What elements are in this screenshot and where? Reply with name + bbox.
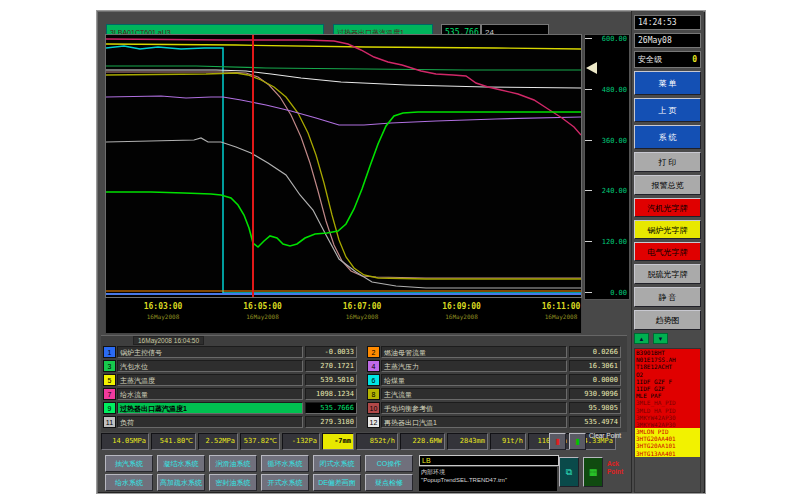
sidebar-button-6[interactable]: 汽机光字牌 (634, 198, 701, 217)
toolbar-button-r1-6[interactable]: CO操作 (365, 455, 413, 472)
toolbar-button-r2-5[interactable]: DE偏差画面 (313, 474, 361, 491)
sidebar-button-10[interactable]: 静 音 (634, 287, 701, 307)
alarm-pager: ▲▼ (634, 333, 701, 345)
x-tick-date: 16May2008 (542, 313, 581, 320)
legend-row-4[interactable]: 4主蒸汽压力16.3061 (367, 360, 621, 372)
valve-indicator-button-2[interactable]: ▮ (569, 433, 586, 450)
status-value-5[interactable]: -132Pa (282, 433, 320, 450)
screen-tool-button[interactable]: ▦ (583, 457, 603, 487)
toolbar-row-1: 抽汽系统凝结水系统润滑油系统循环水系统闭式水系统CO操作 (105, 455, 413, 472)
alarm-item-1[interactable]: B3901BHT (635, 349, 700, 356)
valve-indicator-button-1[interactable]: ▮ (549, 433, 566, 450)
toolbar-button-r2-1[interactable]: 给水系统 (105, 474, 153, 491)
legend-row-10[interactable]: 10手动均衡参考值95.9805 (367, 402, 621, 414)
alarm-item-3[interactable]: T18E12ACHT (635, 363, 700, 370)
toolbar-row-2: 给水系统高加疏水系统密封油系统开式水系统DE偏差画面疑点检修 (105, 474, 413, 491)
toolbar-button-r2-4[interactable]: 开式水系统 (261, 474, 309, 491)
clock-date: 26May08 (634, 33, 701, 48)
legend-point-value: 930.9096 (569, 388, 621, 400)
link-tool-button[interactable]: ⧉ (559, 457, 579, 487)
x-tick-label: 16:03:0016May2008 (144, 302, 183, 320)
clock-time: 14:24:53 (634, 15, 701, 30)
status-value-6[interactable]: -7mm (322, 433, 354, 450)
alarm-item-15[interactable]: 3HTG13AA401 (635, 450, 700, 457)
sidebar-button-7[interactable]: 锅炉光字牌 (634, 220, 701, 239)
alarm-item-12[interactable]: 3MLON_PID (635, 428, 700, 435)
legend-point-name: 过热器出口蒸汽温度1 (117, 402, 303, 414)
alarm-page-up-button[interactable]: ▲ (634, 333, 649, 344)
legend-point-value: 16.3061 (569, 360, 621, 372)
valve-icon: ▮ (555, 437, 559, 446)
toolbar-button-r1-2[interactable]: 凝结水系统 (157, 455, 205, 472)
toolbar-button-r2-2[interactable]: 高加疏水系统 (157, 474, 205, 491)
trace-9 (106, 112, 581, 247)
dcs-window: 3LBA01CT601.aU3 过热器出口蒸汽温度1 535.766 24 60… (96, 10, 706, 494)
status-value-3[interactable]: 2.52MPa (198, 433, 238, 450)
sidebar-button-8[interactable]: 电气光字牌 (634, 242, 701, 261)
toolbar-button-r1-4[interactable]: 循环水系统 (261, 455, 309, 472)
alarm-item-9[interactable]: 3MLD_HA_PID (635, 407, 700, 414)
legend-point-value: 0.0000 (569, 374, 621, 386)
toolbar-button-r1-5[interactable]: 闭式水系统 (313, 455, 361, 472)
legend-point-value: 0.0266 (569, 346, 621, 358)
legend-color-chip: 2 (367, 346, 380, 358)
status-value-2[interactable]: 541.80℃ (151, 433, 196, 450)
command-line-1: 内部环境 (421, 468, 555, 476)
legend-row-7[interactable]: 7给水流量1098.1234 (103, 388, 357, 400)
y-tick-label: 240.00 (602, 187, 627, 195)
y-tick-label: 480.00 (602, 86, 627, 94)
legend-row-12[interactable]: 12再热器出口汽温1535.4974 (367, 416, 621, 428)
legend-row-5[interactable]: 5主蒸汽温度539.5010 (103, 374, 357, 386)
status-value-9[interactable]: 2843mm (447, 433, 488, 450)
legend-row-8[interactable]: 8主汽流量930.9096 (367, 388, 621, 400)
sidebar-button-5[interactable]: 报警总览 (634, 175, 701, 195)
y-tick (585, 140, 592, 141)
status-value-1[interactable]: 14.05MPa (101, 433, 149, 450)
trace-8 (106, 73, 581, 279)
alarm-item-8[interactable]: 3MLE_HA_PID (635, 399, 700, 406)
legend-color-chip: 4 (367, 360, 380, 372)
toolbar-button-r2-3[interactable]: 密封油系统 (209, 474, 257, 491)
legend-row-3[interactable]: 3汽包水位270.1721 (103, 360, 357, 372)
legend-point-name: 主蒸汽压力 (381, 360, 567, 372)
legend-point-name: 燃油母管流量 (381, 346, 567, 358)
sidebar-button-1[interactable]: 菜 单 (634, 71, 701, 95)
legend-row-9[interactable]: 9过热器出口蒸汽温度1535.7666 (103, 402, 357, 414)
alarm-item-14[interactable]: 3HTG20AA101 (635, 442, 700, 449)
safety-label: 安全级 (638, 52, 662, 67)
legend-color-chip: 1 (103, 346, 116, 358)
clear-point-label[interactable]: Clear Point (589, 432, 629, 440)
alarm-item-5[interactable]: 1IDF_GZF_F (635, 378, 700, 385)
sidebar-button-9[interactable]: 脱硫光字牌 (634, 264, 701, 284)
legend-color-chip: 5 (103, 374, 116, 386)
legend-row-6[interactable]: 6给煤量0.0000 (367, 374, 621, 386)
legend-row-11[interactable]: 11负荷279.3180 (103, 416, 357, 428)
alarm-item-2[interactable]: N01E17SS.AH (635, 356, 700, 363)
alarm-item-6[interactable]: 1IDF_GZF (635, 385, 700, 392)
sidebar-button-4[interactable]: 打 印 (634, 152, 701, 172)
toolbar-button-r1-3[interactable]: 润滑油系统 (209, 455, 257, 472)
toolbar-button-r1-1[interactable]: 抽汽系统 (105, 455, 153, 472)
sidebar-button-11[interactable]: 趋势图 (634, 310, 701, 330)
sidebar-button-2[interactable]: 上 页 (634, 98, 701, 122)
alarm-page-down-button[interactable]: ▼ (653, 333, 668, 344)
trend-chart[interactable] (105, 34, 582, 298)
alarm-item-7[interactable]: MLE_PAF (635, 392, 700, 399)
status-value-10[interactable]: 91t/h (490, 433, 526, 450)
status-value-4[interactable]: 537.82℃ (240, 433, 280, 450)
legend-row-2[interactable]: 2燃油母管流量0.0266 (367, 346, 621, 358)
y-axis-scale: 600.00480.00360.00240.00120.000.00 (584, 34, 630, 300)
sidebar-button-3[interactable]: 系 统 (634, 125, 701, 149)
ack-point-label[interactable]: Ack Point (607, 460, 631, 476)
alarm-item-4[interactable]: O2 (635, 371, 700, 378)
alarm-item-13[interactable]: 3HTG20AA401 (635, 435, 700, 442)
alarm-item-10[interactable]: 3MKYW42AP30 (635, 414, 700, 421)
status-value-8[interactable]: 228.6MW (400, 433, 445, 450)
alarm-item-11[interactable]: 3MKYW42AP30 (635, 421, 700, 428)
status-value-7[interactable]: 852t/h (356, 433, 398, 450)
x-tick-label: 16:05:0016May2008 (243, 302, 282, 320)
legend-row-1[interactable]: 1锅炉主控信号-0.0033 (103, 346, 357, 358)
toolbar-button-r2-6[interactable]: 疑点检修 (365, 474, 413, 491)
command-input[interactable]: LB (419, 455, 559, 466)
legend-point-value: 270.1721 (305, 360, 357, 372)
